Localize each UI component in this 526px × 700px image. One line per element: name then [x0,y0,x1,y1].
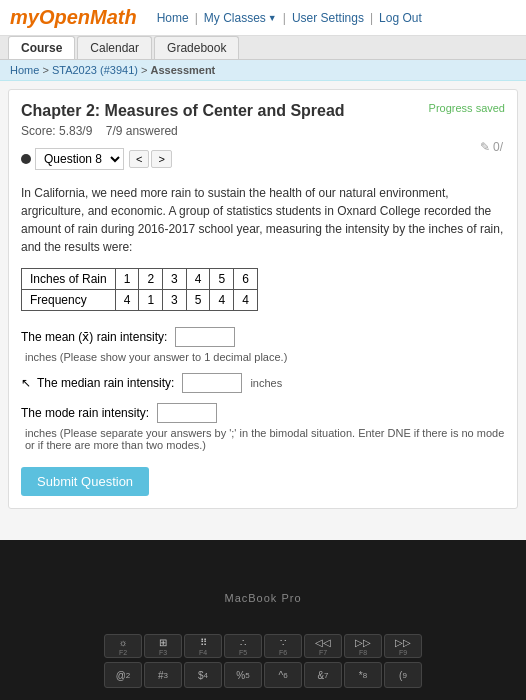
keyboard-num-row: @2 #3 $4 %5 ^6 &7 *8 (9 [104,662,422,688]
mode-row: The mode rain intensity: inches (Please … [21,403,505,451]
tab-course[interactable]: Course [8,36,75,59]
table-header-5: 5 [210,269,234,290]
table-freq-5: 4 [210,290,234,311]
key-f3[interactable]: ⊞ F3 [144,634,182,658]
next-question-button[interactable]: > [151,150,171,168]
logo-open: Open [39,6,90,28]
table-header-1: 1 [115,269,139,290]
problem-text: In California, we need more rain to sust… [21,184,505,256]
key-star[interactable]: *8 [344,662,382,688]
mean-hint: inches (Please show your answer to 1 dec… [25,351,287,363]
breadcrumb-course[interactable]: STA2023 (#3941) [52,64,138,76]
key-f5[interactable]: ∴ F5 [224,634,262,658]
nav-home[interactable]: Home [157,11,189,25]
breadcrumb-current: Assessment [150,64,215,76]
cursor-icon: ↖ [21,376,31,390]
logo-math: Math [90,6,137,28]
macbook-label: MacBook Pro [224,592,301,604]
mode-label: The mode rain intensity: [21,406,149,420]
key-f8[interactable]: ▷▷ F8 [344,634,382,658]
mean-input[interactable] [175,327,235,347]
main-content: Chapter 2: Measures of Center and Spread… [8,89,518,509]
course-tabs: Course Calendar Gradebook [0,36,526,60]
table-freq-4: 5 [186,290,210,311]
nav-usersettings[interactable]: User Settings [292,11,364,25]
mean-row: The mean (x̄) rain intensity: inches (Pl… [21,327,505,363]
breadcrumb: Home > STA2023 (#3941) > Assessment [0,60,526,81]
edit-icon: ✎ 0/ [480,140,503,154]
key-dollar[interactable]: $4 [184,662,222,688]
key-hash[interactable]: #3 [144,662,182,688]
table-header-2: 2 [139,269,163,290]
table-freq-3: 3 [163,290,187,311]
nav-links: Home | My Classes ▼ | User Settings | Lo… [157,11,422,25]
key-at[interactable]: @2 [104,662,142,688]
median-label: The median rain intensity: [37,376,174,390]
mean-label: The mean (x̄) rain intensity: [21,330,167,344]
key-paren[interactable]: (9 [384,662,422,688]
progress-saved: Progress saved [429,102,505,114]
logo: myOpenMath [10,6,137,29]
median-row: ↖ The median rain intensity: inches [21,373,505,393]
table-freq-label: Frequency [22,290,116,311]
nav-sep2: | [283,11,286,25]
question-select[interactable]: Question 8 [35,148,124,170]
table-header-3: 3 [163,269,187,290]
table-header-label: Inches of Rain [22,269,116,290]
key-amp[interactable]: &7 [304,662,342,688]
key-f2[interactable]: ☼ F2 [104,634,142,658]
question-nav: Question 8 < > [21,148,505,170]
header: myOpenMath Home | My Classes ▼ | User Se… [0,0,526,36]
prev-question-button[interactable]: < [129,150,149,168]
table-freq-6: 4 [234,290,258,311]
logo-my: my [10,6,39,28]
table-header-6: 6 [234,269,258,290]
laptop-body: MacBook Pro ☼ F2 ⊞ F3 ⠿ F4 ∴ F5 ∵ F6 ◁◁ … [0,540,526,700]
myclasses-arrow-icon: ▼ [268,13,277,23]
nav-myclasses[interactable]: My Classes ▼ [204,11,277,25]
mode-input[interactable] [157,403,217,423]
score-value: Score: 5.83/9 [21,124,92,138]
data-table: Inches of Rain 1 2 3 4 5 6 Frequency 4 1… [21,268,258,311]
key-f9[interactable]: ▷▷ F9 [384,634,422,658]
nav-sep3: | [370,11,373,25]
keyboard-fn-row: ☼ F2 ⊞ F3 ⠿ F4 ∴ F5 ∵ F6 ◁◁ F7 ▷▷ F8 ▷▷ [104,634,422,658]
nav-sep1: | [195,11,198,25]
key-f6[interactable]: ∵ F6 [264,634,302,658]
key-f7[interactable]: ◁◁ F7 [304,634,342,658]
answered-count: 7/9 answered [106,124,178,138]
tab-calendar[interactable]: Calendar [77,36,152,59]
median-input[interactable] [182,373,242,393]
median-hint: inches [250,377,282,389]
key-caret[interactable]: ^6 [264,662,302,688]
key-f4[interactable]: ⠿ F4 [184,634,222,658]
score-line: Score: 5.83/9 7/9 answered [21,124,505,138]
table-freq-2: 1 [139,290,163,311]
table-header-4: 4 [186,269,210,290]
nav-logout[interactable]: Log Out [379,11,422,25]
table-freq-1: 4 [115,290,139,311]
submit-question-button[interactable]: Submit Question [21,467,149,496]
question-dot-icon [21,154,31,164]
breadcrumb-home[interactable]: Home [10,64,39,76]
mode-hint: inches (Please separate your answers by … [25,427,505,451]
tab-gradebook[interactable]: Gradebook [154,36,239,59]
key-percent[interactable]: %5 [224,662,262,688]
